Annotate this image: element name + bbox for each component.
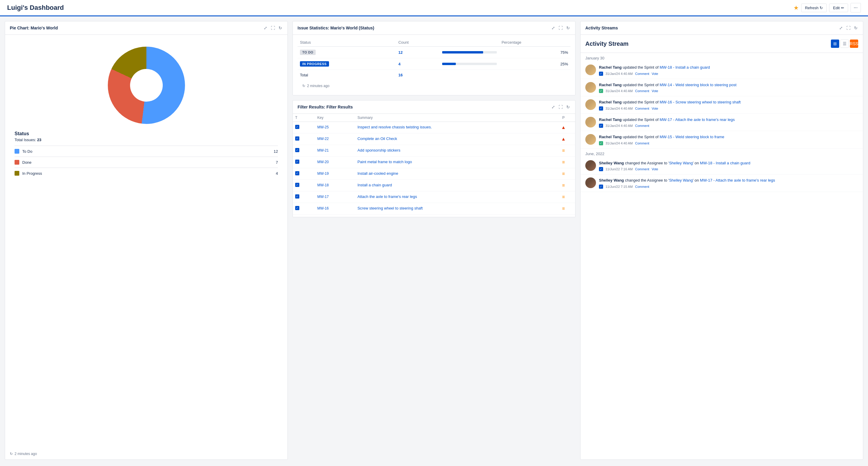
issue-key-link[interactable]: MW-16 [317,206,329,210]
inprogress-count-link[interactable]: 4 [398,62,400,66]
comment-link[interactable]: Comment [635,107,649,110]
activity-user: Rachel Tang [599,100,622,104]
issue-type-icon: ✓ [295,206,299,210]
issue-key-link[interactable]: MW-22 [317,137,329,141]
assignee-link[interactable]: Shelley Wang [669,161,693,165]
issue-key-link[interactable]: MW-21 [317,148,329,152]
issue-priority-cell: ≡ [552,168,575,180]
issue-key-link[interactable]: MW-18 [317,183,329,187]
issue-type-icon: ✓ [295,137,299,141]
issue-key-cell: MW-16 [315,203,355,214]
activity-link[interactable]: MW-16 - Screw steering wheel to steering… [659,100,741,104]
activity-link[interactable]: MW-14 - Weld steering block to steering … [659,83,737,87]
table-row: ✓ MW-18 Install a chain guard ≡ [293,180,575,192]
activity-link[interactable]: MW-18 - Install a chain guard [659,65,710,69]
more-options-button[interactable]: ··· [850,3,861,12]
issue-summary-cell: Complete an Oil Check [355,134,552,145]
activity-link[interactable]: MW-18 - Install a chain guard [700,161,750,165]
priority-medium-icon: ≡ [554,183,573,188]
comment-link[interactable]: Comment [635,124,649,127]
assignee-link[interactable]: Shelley Wang [669,178,693,182]
legend-section: Status Total Issues: 23 To Do 12 Done 7 [10,131,283,179]
activity-list-view-button[interactable]: ☰ [840,39,849,48]
inprogress-badge: IN PROGRESS [300,61,329,66]
comment-link[interactable]: Comment [635,185,649,188]
comment-link[interactable]: Comment [635,72,649,76]
issue-summary-link[interactable]: Install air-cooled engine [358,171,398,176]
stats-panel-body: Status Count Percentage TO DO 12 [293,35,575,95]
activity-link[interactable]: MW-17 - Attach the axle to frame's rear … [659,117,735,122]
activity-collapse-icon[interactable]: ⤢ [839,25,843,31]
stats-col-percentage [440,38,499,47]
total-count-link[interactable]: 16 [398,73,402,77]
stats-refresh-icon: ↻ [302,84,305,88]
dots-icon: ··· [854,5,858,10]
activity-user: Rachel Tang [599,65,622,69]
issue-summary-link[interactable]: Complete an Oil Check [358,137,397,141]
filter-refresh-icon[interactable]: ↻ [566,104,570,110]
activity-time: 31/Jan/24 4:40 AM [606,124,633,127]
comment-link[interactable]: Comment [635,89,649,93]
activity-link[interactable]: MW-17 - Attach the axle to frame's rear … [700,178,775,182]
issue-key-link[interactable]: MW-19 [317,172,329,176]
collapse-icon[interactable]: ⤢ [263,25,268,31]
activity-streams-header: Activity Streams ⤢ ⛶ ↻ [581,21,863,35]
activity-link[interactable]: MW-15 - Weld steering block to frame [659,135,724,139]
pie-chart-container [108,47,185,124]
filter-col-summary: Summary [355,114,552,122]
table-row: ✓ MW-19 Install air-cooled engine ≡ [293,168,575,180]
activity-grid-view-button[interactable]: ⊞ [831,39,839,48]
activity-time: 11/Jun/22 7:16 AM [606,167,633,171]
issue-summary-link[interactable]: Add sponsorship stickers [358,148,401,152]
favorite-star-icon[interactable]: ★ [794,4,799,11]
issue-summary-link[interactable]: Screw steering wheel to steering shaft [358,206,423,210]
filter-collapse-icon[interactable]: ⤢ [551,104,556,110]
vote-link[interactable]: Vote [652,107,658,110]
activity-fullscreen-icon[interactable]: ⛶ [846,25,851,31]
refresh-widget-icon[interactable]: ↻ [278,25,283,31]
issue-key-link[interactable]: MW-25 [317,125,329,129]
refresh-button[interactable]: Refresh ↻ [801,4,827,12]
activity-meta: 11/Jun/22 7:16 AM Comment Vote [599,167,858,171]
bar-bg-todo [442,51,497,54]
issue-summary-link[interactable]: Install a chain guard [358,183,392,187]
issue-priority-cell: ▲ [552,134,575,145]
stats-refresh-icon[interactable]: ↻ [566,25,570,31]
activity-time: 31/Jan/24 4:40 AM [606,142,633,145]
activity-user: Shelley Wang [599,178,624,182]
issue-key-link[interactable]: MW-17 [317,195,329,199]
avatar-rachel [585,99,596,110]
pie-chart-visual [10,39,283,131]
activity-meta: 31/Jan/24 4:40 AM Comment [599,124,858,128]
issue-summary-link[interactable]: Paint metal frame to match logo [358,159,412,164]
issue-summary-link[interactable]: Attach the axle to frame's rear legs [358,194,417,199]
edit-icon: ✏ [841,6,844,10]
issue-key-link[interactable]: MW-20 [317,160,329,164]
activity-text: Rachel Tang updated the Sprint of MW-17 … [599,117,858,123]
vote-link[interactable]: Vote [652,167,658,171]
activity-meta: 31/Jan/24 4:40 AM Comment [599,141,858,145]
filter-col-type: T [293,114,315,122]
activity-user: Rachel Tang [599,135,622,139]
todo-count-link[interactable]: 12 [398,50,402,55]
legend-count-done: 7 [276,160,278,165]
comment-link[interactable]: Comment [635,142,649,145]
filter-fullscreen-icon[interactable]: ⛶ [558,104,563,110]
issue-type-cell: ✓ [293,145,315,156]
issue-summary-cell: Add sponsorship stickers [355,145,552,156]
vote-link[interactable]: Vote [652,89,658,93]
vote-link[interactable]: Vote [652,72,658,76]
stats-fullscreen-icon[interactable]: ⛶ [558,25,563,31]
issue-summary-link[interactable]: Inspect and resolve chassis twisting iss… [358,125,432,129]
priority-medium-icon: ≡ [554,148,573,153]
stats-collapse-icon[interactable]: ⤢ [551,25,556,31]
refresh-icon-small: ↻ [10,452,13,456]
edit-button[interactable]: Edit ✏ [829,4,848,12]
issue-type-icon: ✓ [295,159,299,164]
activity-rss-button[interactable]: RSS [850,39,858,48]
activity-time: 31/Jan/24 4:40 AM [606,107,633,110]
priority-medium-icon: ≡ [554,171,573,177]
fullscreen-icon[interactable]: ⛶ [270,25,276,31]
comment-link[interactable]: Comment [635,167,649,171]
activity-refresh-icon[interactable]: ↻ [854,25,858,31]
